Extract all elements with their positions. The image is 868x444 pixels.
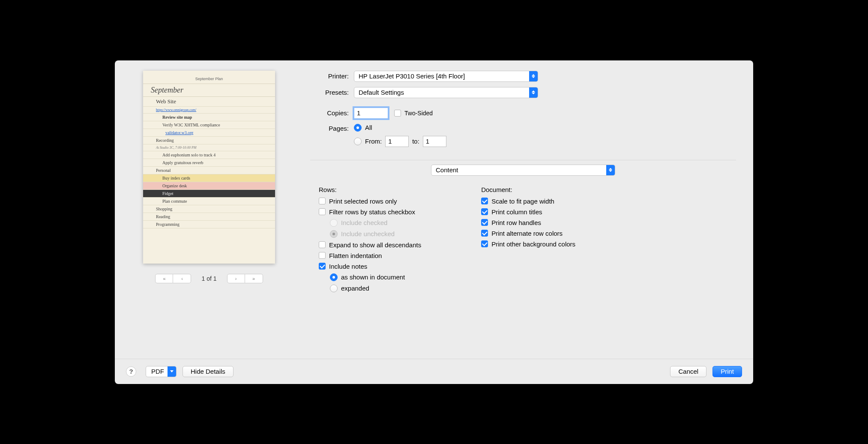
preview-row: Review site map	[143, 114, 275, 121]
preview-row: Plan commute	[143, 198, 275, 205]
presets-label: Presets:	[310, 89, 349, 96]
pdf-menu-label: PDF	[151, 368, 164, 375]
bg-colors-label: Print other background colors	[491, 240, 575, 248]
pager-prev-button[interactable]: ‹	[173, 274, 191, 283]
notes-as-shown-radio[interactable]	[330, 273, 338, 281]
help-button[interactable]: ?	[126, 366, 136, 377]
preview-row: Fidget	[143, 190, 275, 198]
rows-title: Rows:	[319, 186, 421, 193]
filter-status-checkbox[interactable]	[319, 208, 326, 215]
presets-value: Default Settings	[359, 89, 404, 96]
notes-expanded-label: expanded	[341, 285, 369, 292]
preview-row: Add euphonium solo to track 4	[143, 151, 275, 159]
pager-next-button[interactable]: ›	[227, 274, 245, 283]
document-options: Document: Scale to fit page width Print …	[481, 186, 575, 296]
pages-from-label: From:	[365, 138, 382, 145]
print-dialog: September Plan September Web Sitehttps:/…	[115, 60, 753, 384]
include-checked-radio	[330, 219, 338, 227]
preview-row: Organize desk	[143, 182, 275, 190]
pages-range-radio[interactable]	[354, 138, 362, 145]
pages-to-input[interactable]	[423, 136, 446, 147]
preview-row: At Studio 3C, 7:00-10:00 PM	[143, 144, 275, 151]
preview-row: Programming	[143, 221, 275, 228]
include-notes-checkbox[interactable]	[319, 263, 326, 270]
column-titles-label: Print column titles	[491, 208, 542, 216]
document-title: Document:	[481, 186, 575, 193]
alt-row-colors-label: Print alternate row colors	[491, 230, 563, 237]
preview-title: September	[143, 84, 275, 97]
preview-header: September Plan	[143, 77, 275, 81]
preview-row: validator.w3.org	[143, 129, 275, 137]
chevron-down-icon	[168, 366, 176, 377]
preview-pager: « ‹ 1 of 1 › »	[155, 274, 263, 283]
include-notes-label: Include notes	[329, 263, 367, 270]
cancel-button[interactable]: Cancel	[670, 366, 706, 377]
preview-row: Shopping	[143, 205, 275, 213]
flatten-indent-label: Flatten indentation	[329, 252, 382, 259]
selected-rows-label: Print selected rows only	[329, 198, 397, 205]
flatten-indent-checkbox[interactable]	[319, 252, 326, 259]
print-button[interactable]: Print	[712, 366, 742, 377]
preview-page: September Plan September Web Sitehttps:/…	[143, 71, 275, 264]
row-handles-checkbox[interactable]	[481, 219, 488, 226]
alt-row-colors-checkbox[interactable]	[481, 230, 488, 237]
notes-expanded-radio[interactable]	[330, 285, 338, 292]
panel-value: Content	[436, 166, 458, 174]
column-titles-checkbox[interactable]	[481, 208, 488, 215]
printer-label: Printer:	[310, 72, 349, 80]
rows-options: Rows: Print selected rows only Filter ro…	[319, 186, 421, 296]
stepper-icon	[529, 71, 538, 81]
printer-value: HP LaserJet P3010 Series [4th Floor]	[359, 72, 465, 80]
preview-row: Buy index cards	[143, 174, 275, 182]
bg-colors-checkbox[interactable]	[481, 240, 488, 247]
two-sided-label: Two-Sided	[404, 110, 433, 117]
filter-status-label: Filter rows by status checkbox	[329, 208, 415, 216]
preview-row: Web Site	[143, 97, 275, 107]
pages-all-radio[interactable]	[354, 124, 362, 132]
include-unchecked-label: Include unchecked	[341, 230, 395, 237]
scale-fit-label: Scale to fit page width	[491, 198, 554, 205]
print-preview-panel: September Plan September Web Sitehttps:/…	[132, 71, 286, 359]
stepper-icon	[606, 165, 615, 175]
pager-first-button[interactable]: «	[155, 274, 173, 283]
preview-row: Verify W3C XHTML compliance	[143, 121, 275, 129]
scale-fit-checkbox[interactable]	[481, 198, 488, 204]
preview-row: Reading	[143, 213, 275, 221]
selected-rows-checkbox[interactable]	[319, 198, 326, 204]
row-handles-label: Print row handles	[491, 219, 541, 226]
pages-from-input[interactable]	[385, 136, 409, 147]
include-unchecked-radio	[330, 230, 338, 238]
preview-row: https://www.omnigroup.com/	[143, 107, 275, 114]
pages-label: Pages:	[310, 125, 349, 132]
presets-select[interactable]: Default Settings	[354, 87, 538, 98]
pages-to-label: to:	[412, 138, 419, 145]
expand-descendants-checkbox[interactable]	[319, 241, 326, 248]
stepper-icon	[529, 87, 538, 98]
pdf-menu-button[interactable]: PDF	[146, 366, 177, 377]
pages-all-label: All	[365, 124, 372, 131]
panel-select[interactable]: Content	[431, 165, 615, 176]
pager-last-button[interactable]: »	[245, 274, 263, 283]
two-sided-checkbox[interactable]	[394, 110, 401, 117]
preview-row: Apply gratuitous reverb	[143, 159, 275, 167]
hide-details-button[interactable]: Hide Details	[183, 366, 233, 377]
preview-row: Recording	[143, 137, 275, 144]
preview-row: Personal	[143, 167, 275, 174]
printer-select[interactable]: HP LaserJet P3010 Series [4th Floor]	[354, 71, 538, 82]
copies-input[interactable]	[354, 108, 388, 119]
pager-label: 1 of 1	[201, 275, 216, 282]
copies-label: Copies:	[310, 109, 349, 117]
notes-as-shown-label: as shown in document	[341, 273, 405, 281]
include-checked-label: Include checked	[341, 219, 387, 226]
dialog-footer: ? PDF Hide Details Cancel Print	[115, 359, 753, 384]
expand-descendants-label: Expand to show all descendants	[329, 241, 421, 249]
